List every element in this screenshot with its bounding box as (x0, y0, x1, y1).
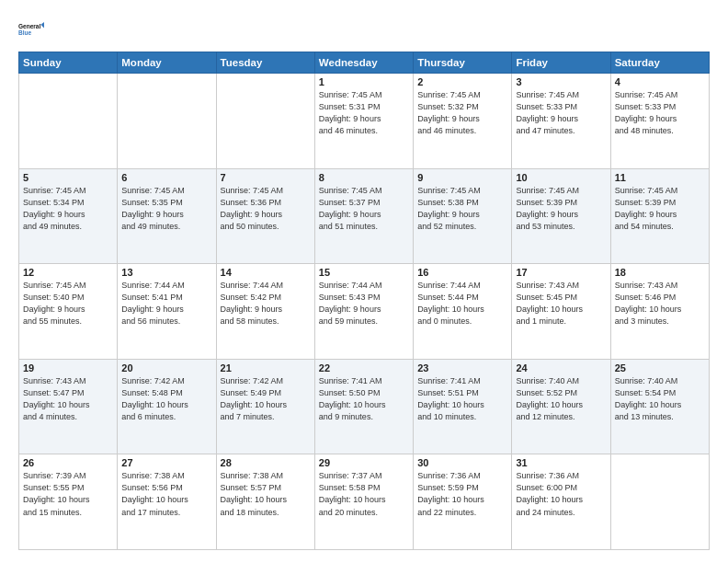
day-info: Sunrise: 7:44 AM Sunset: 5:42 PM Dayligh… (221, 280, 311, 327)
calendar-cell: 17Sunrise: 7:43 AM Sunset: 5:45 PM Dayli… (512, 264, 610, 360)
calendar-cell: 18Sunrise: 7:43 AM Sunset: 5:46 PM Dayli… (610, 264, 709, 360)
calendar-cell: 23Sunrise: 7:41 AM Sunset: 5:51 PM Dayli… (414, 359, 512, 454)
day-number: 31 (516, 457, 606, 468)
day-number: 11 (615, 172, 705, 183)
day-number: 10 (516, 172, 606, 183)
day-info: Sunrise: 7:45 AM Sunset: 5:33 PM Dayligh… (615, 89, 705, 137)
day-info: Sunrise: 7:45 AM Sunset: 5:39 PM Dayligh… (615, 185, 705, 233)
svg-marker-2 (40, 22, 44, 29)
calendar-cell: 16Sunrise: 7:44 AM Sunset: 5:44 PM Dayli… (414, 264, 512, 360)
day-number: 27 (121, 457, 211, 468)
header: GeneralBlue (18, 17, 710, 42)
day-info: Sunrise: 7:45 AM Sunset: 5:40 PM Dayligh… (23, 280, 113, 327)
calendar-cell (118, 74, 216, 169)
svg-text:Blue: Blue (18, 29, 31, 36)
calendar-cell: 24Sunrise: 7:40 AM Sunset: 5:52 PM Dayli… (512, 359, 610, 454)
day-info: Sunrise: 7:41 AM Sunset: 5:51 PM Dayligh… (417, 375, 507, 423)
day-number: 25 (615, 362, 705, 373)
day-number: 6 (121, 172, 211, 183)
day-info: Sunrise: 7:38 AM Sunset: 5:57 PM Dayligh… (221, 470, 311, 518)
calendar-cell: 15Sunrise: 7:44 AM Sunset: 5:43 PM Dayli… (314, 264, 413, 360)
calendar-week-row: 19Sunrise: 7:43 AM Sunset: 5:47 PM Dayli… (19, 359, 710, 454)
col-header-monday: Monday (118, 52, 216, 74)
col-header-wednesday: Wednesday (314, 52, 413, 74)
calendar-cell: 6Sunrise: 7:45 AM Sunset: 5:35 PM Daylig… (118, 168, 216, 264)
calendar-cell: 19Sunrise: 7:43 AM Sunset: 5:47 PM Dayli… (19, 359, 118, 454)
day-number: 29 (319, 457, 409, 468)
day-info: Sunrise: 7:41 AM Sunset: 5:50 PM Dayligh… (319, 375, 409, 423)
day-number: 24 (516, 362, 606, 373)
calendar-header-row: SundayMondayTuesdayWednesdayThursdayFrid… (19, 52, 710, 74)
day-info: Sunrise: 7:36 AM Sunset: 5:59 PM Dayligh… (417, 470, 507, 518)
day-info: Sunrise: 7:38 AM Sunset: 5:56 PM Dayligh… (121, 470, 211, 518)
calendar-cell: 3Sunrise: 7:45 AM Sunset: 5:33 PM Daylig… (512, 74, 610, 169)
day-info: Sunrise: 7:36 AM Sunset: 6:00 PM Dayligh… (516, 470, 606, 518)
day-info: Sunrise: 7:42 AM Sunset: 5:48 PM Dayligh… (121, 375, 211, 423)
day-number: 18 (615, 267, 705, 278)
calendar-cell: 1Sunrise: 7:45 AM Sunset: 5:31 PM Daylig… (314, 74, 413, 169)
day-number: 14 (221, 267, 311, 278)
calendar-cell: 21Sunrise: 7:42 AM Sunset: 5:49 PM Dayli… (216, 359, 314, 454)
calendar-cell: 2Sunrise: 7:45 AM Sunset: 5:32 PM Daylig… (414, 74, 512, 169)
day-info: Sunrise: 7:44 AM Sunset: 5:43 PM Dayligh… (319, 280, 409, 327)
day-info: Sunrise: 7:40 AM Sunset: 5:54 PM Dayligh… (615, 375, 705, 423)
calendar-cell: 29Sunrise: 7:37 AM Sunset: 5:58 PM Dayli… (314, 454, 413, 550)
calendar-cell: 14Sunrise: 7:44 AM Sunset: 5:42 PM Dayli… (216, 264, 314, 360)
calendar-week-row: 12Sunrise: 7:45 AM Sunset: 5:40 PM Dayli… (19, 264, 710, 360)
calendar-cell (216, 74, 314, 169)
logo: GeneralBlue (18, 17, 44, 42)
calendar-cell: 7Sunrise: 7:45 AM Sunset: 5:36 PM Daylig… (216, 168, 314, 264)
day-number: 1 (319, 76, 409, 87)
col-header-saturday: Saturday (610, 52, 709, 74)
day-number: 20 (121, 362, 211, 373)
calendar-cell (19, 74, 118, 169)
calendar-cell: 22Sunrise: 7:41 AM Sunset: 5:50 PM Dayli… (314, 359, 413, 454)
day-number: 26 (23, 457, 113, 468)
calendar-cell: 30Sunrise: 7:36 AM Sunset: 5:59 PM Dayli… (414, 454, 512, 550)
day-number: 15 (319, 267, 409, 278)
calendar-cell: 27Sunrise: 7:38 AM Sunset: 5:56 PM Dayli… (118, 454, 216, 550)
calendar-cell: 13Sunrise: 7:44 AM Sunset: 5:41 PM Dayli… (118, 264, 216, 360)
day-info: Sunrise: 7:45 AM Sunset: 5:36 PM Dayligh… (221, 185, 311, 233)
col-header-sunday: Sunday (19, 52, 118, 74)
calendar-cell: 4Sunrise: 7:45 AM Sunset: 5:33 PM Daylig… (610, 74, 709, 169)
calendar-week-row: 5Sunrise: 7:45 AM Sunset: 5:34 PM Daylig… (19, 168, 710, 264)
calendar-cell: 10Sunrise: 7:45 AM Sunset: 5:39 PM Dayli… (512, 168, 610, 264)
logo-icon: GeneralBlue (18, 17, 44, 42)
calendar-table: SundayMondayTuesdayWednesdayThursdayFrid… (18, 52, 710, 550)
day-info: Sunrise: 7:40 AM Sunset: 5:52 PM Dayligh… (516, 375, 606, 423)
day-number: 4 (615, 76, 705, 87)
day-number: 12 (23, 267, 113, 278)
day-number: 28 (221, 457, 311, 468)
day-info: Sunrise: 7:45 AM Sunset: 5:33 PM Dayligh… (516, 89, 606, 137)
day-info: Sunrise: 7:45 AM Sunset: 5:34 PM Dayligh… (23, 185, 113, 233)
day-number: 7 (221, 172, 311, 183)
day-number: 21 (221, 362, 311, 373)
calendar-week-row: 26Sunrise: 7:39 AM Sunset: 5:55 PM Dayli… (19, 454, 710, 550)
day-info: Sunrise: 7:45 AM Sunset: 5:37 PM Dayligh… (319, 185, 409, 233)
calendar-week-row: 1Sunrise: 7:45 AM Sunset: 5:31 PM Daylig… (19, 74, 710, 169)
day-info: Sunrise: 7:39 AM Sunset: 5:55 PM Dayligh… (23, 470, 113, 518)
day-number: 9 (417, 172, 507, 183)
day-info: Sunrise: 7:42 AM Sunset: 5:49 PM Dayligh… (221, 375, 311, 423)
day-info: Sunrise: 7:45 AM Sunset: 5:35 PM Dayligh… (121, 185, 211, 233)
day-number: 5 (23, 172, 113, 183)
day-info: Sunrise: 7:43 AM Sunset: 5:46 PM Dayligh… (615, 280, 705, 327)
day-number: 19 (23, 362, 113, 373)
calendar-cell: 5Sunrise: 7:45 AM Sunset: 5:34 PM Daylig… (19, 168, 118, 264)
calendar-cell: 12Sunrise: 7:45 AM Sunset: 5:40 PM Dayli… (19, 264, 118, 360)
col-header-friday: Friday (512, 52, 610, 74)
day-info: Sunrise: 7:43 AM Sunset: 5:47 PM Dayligh… (23, 375, 113, 423)
day-number: 13 (121, 267, 211, 278)
day-info: Sunrise: 7:43 AM Sunset: 5:45 PM Dayligh… (516, 280, 606, 327)
calendar-cell: 31Sunrise: 7:36 AM Sunset: 6:00 PM Dayli… (512, 454, 610, 550)
day-info: Sunrise: 7:45 AM Sunset: 5:31 PM Dayligh… (319, 89, 409, 137)
col-header-tuesday: Tuesday (216, 52, 314, 74)
day-info: Sunrise: 7:45 AM Sunset: 5:38 PM Dayligh… (417, 185, 507, 233)
calendar-cell: 9Sunrise: 7:45 AM Sunset: 5:38 PM Daylig… (414, 168, 512, 264)
day-number: 23 (417, 362, 507, 373)
col-header-thursday: Thursday (414, 52, 512, 74)
calendar-cell (610, 454, 709, 550)
day-number: 30 (417, 457, 507, 468)
day-info: Sunrise: 7:37 AM Sunset: 5:58 PM Dayligh… (319, 470, 409, 518)
